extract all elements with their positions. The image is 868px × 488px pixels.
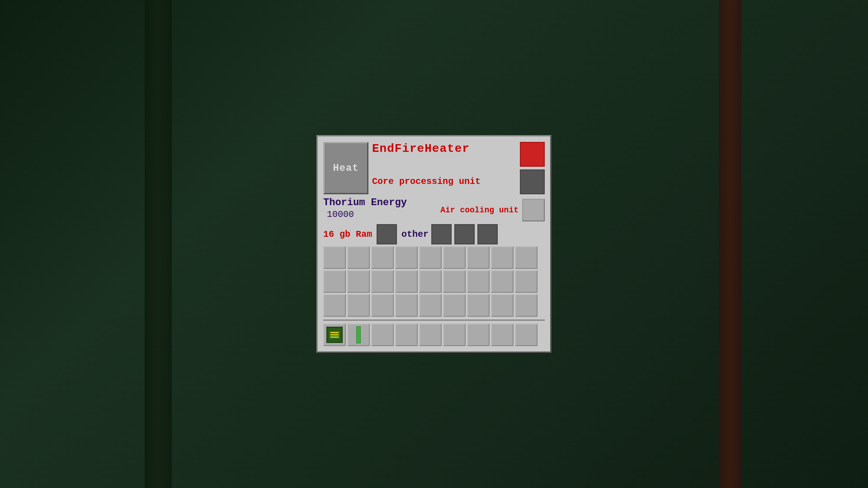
circuit-lines: [330, 332, 339, 338]
hotbar-slot-3[interactable]: [395, 324, 418, 346]
circuit-board-icon: [326, 327, 343, 343]
inv-slot-1-0[interactable]: [323, 270, 346, 293]
other-slot-2[interactable]: [454, 224, 475, 244]
hotbar-slot-5[interactable]: [443, 324, 466, 346]
header-top: EndFireHeater: [372, 142, 545, 167]
hotbar-slot-4[interactable]: [419, 324, 442, 346]
inv-slot-2-3[interactable]: [395, 294, 418, 317]
inv-slot-2-8[interactable]: [515, 294, 538, 317]
air-cooling-label: Air cooling unit: [440, 206, 519, 215]
inv-slot-0-7[interactable]: [491, 246, 514, 269]
left-info: Thorium Energy 10000: [323, 197, 407, 220]
inv-slot-2-4[interactable]: [419, 294, 442, 317]
inv-slot-1-5[interactable]: [443, 270, 466, 293]
inv-slot-0-6[interactable]: [467, 246, 490, 269]
ram-label: 16 gb Ram: [323, 229, 372, 239]
other-slot-3[interactable]: [477, 224, 498, 244]
inv-slot-2-6[interactable]: [467, 294, 490, 317]
hotbar-slot-0[interactable]: [323, 324, 346, 346]
inv-slot-0-8[interactable]: [515, 246, 538, 269]
panel-header: Heat EndFireHeater Core processing unit: [323, 142, 545, 194]
hotbar: [323, 319, 545, 346]
inv-slot-1-7[interactable]: [491, 270, 514, 293]
inventory-grid: [323, 246, 545, 317]
hotbar-slot-1[interactable]: [347, 324, 370, 346]
inv-slot-1-8[interactable]: [515, 270, 538, 293]
inv-slot-0-0[interactable]: [323, 246, 346, 269]
circuit-inner: [329, 331, 340, 339]
panel-subtitle: Core processing unit: [372, 176, 481, 187]
heat-button[interactable]: Heat: [323, 142, 368, 194]
dark-slot-top: [520, 169, 545, 194]
circuit-line-3: [330, 337, 339, 338]
other-slot-1[interactable]: [431, 224, 452, 244]
circuit-line-2: [330, 334, 339, 335]
inv-slot-0-4[interactable]: [419, 246, 442, 269]
inv-slot-1-4[interactable]: [419, 270, 442, 293]
inv-slot-2-5[interactable]: [443, 294, 466, 317]
inv-slot-0-1[interactable]: [347, 246, 370, 269]
panel-header-right: EndFireHeater Core processing unit: [372, 142, 545, 194]
hotbar-slot-7[interactable]: [491, 324, 514, 346]
hotbar-slot-8[interactable]: [515, 324, 538, 346]
green-bar-icon: [356, 326, 361, 343]
inv-slot-2-0[interactable]: [323, 294, 346, 317]
header-bottom: Core processing unit: [372, 169, 545, 194]
inv-slot-1-1[interactable]: [347, 270, 370, 293]
hotbar-slot-6[interactable]: [467, 324, 490, 346]
stripe-left: [145, 0, 172, 488]
inv-slot-1-3[interactable]: [395, 270, 418, 293]
air-cooling-slot[interactable]: [522, 199, 545, 221]
ram-other-row: 16 gb Ram other: [323, 224, 545, 244]
inv-slot-2-2[interactable]: [371, 294, 394, 317]
air-cooling-section: Air cooling unit: [440, 199, 545, 221]
main-panel: Heat EndFireHeater Core processing unit …: [316, 135, 552, 353]
circuit-line-1: [330, 332, 339, 333]
inv-slot-0-3[interactable]: [395, 246, 418, 269]
stripe-right: [719, 0, 741, 488]
red-color-slot: [520, 142, 545, 167]
thorium-label: Thorium Energy: [323, 197, 407, 208]
panel-title: EndFireHeater: [372, 142, 470, 155]
inv-slot-1-2[interactable]: [371, 270, 394, 293]
energy-value: 10000: [327, 209, 407, 220]
hotbar-slot-2[interactable]: [371, 324, 394, 346]
inv-slot-2-1[interactable]: [347, 294, 370, 317]
inv-slot-0-5[interactable]: [443, 246, 466, 269]
inv-slot-1-6[interactable]: [467, 270, 490, 293]
ram-slot[interactable]: [377, 224, 397, 244]
inv-slot-2-7[interactable]: [491, 294, 514, 317]
inv-slot-0-2[interactable]: [371, 246, 394, 269]
other-label: other: [401, 229, 429, 239]
info-row: Thorium Energy 10000 Air cooling unit: [323, 197, 545, 221]
